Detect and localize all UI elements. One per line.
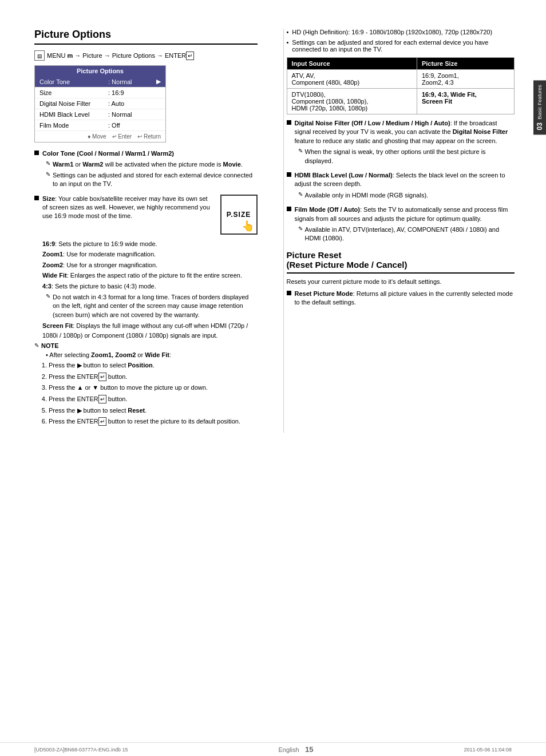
hd-bullet1-text: HD (High Definition): 16:9 - 1080i/1080p… <box>292 29 492 35</box>
note-numbered-list: Press the ▶ button to select Position. P… <box>49 361 258 427</box>
hdmi-note-text: Available only in HDMI mode (RGB signals… <box>305 191 429 200</box>
po-arrow-color: ▶ <box>156 78 161 85</box>
footer-right: English 15 <box>278 745 313 754</box>
size-widefit: Wide Fit: Enlarges the aspect ratio of t… <box>42 271 258 280</box>
po-value-hdmi: : Normal <box>108 111 161 118</box>
english-label: English <box>278 746 299 753</box>
note-step-6: Press the ENTER↵ button to reset the pic… <box>49 417 258 427</box>
left-column: Picture Options ▤ MENU m → Picture → Pic… <box>34 29 266 433</box>
bullet-square <box>34 151 39 155</box>
enter-icon2: ↵ <box>98 373 106 381</box>
size-bullet-square <box>34 196 39 200</box>
po-label-color: Color Tone <box>39 78 108 85</box>
color-tone-bold: Color Tone (Cool / Normal / Warm1 / Warm… <box>42 150 174 157</box>
reset-title: Reset Picture Mode: Returns all picture … <box>295 290 515 307</box>
dnf-pencil: ✎ <box>298 148 303 165</box>
pencil-icon1: ✎ <box>46 160 50 169</box>
table-col2-header: Picture Size <box>417 58 514 70</box>
size-title: Size: Your cable box/satellite receiver … <box>42 195 215 221</box>
hdmi-pencil: ✎ <box>298 191 303 200</box>
hand-icon: 👆 <box>242 220 254 232</box>
section2-title: Picture Reset(Reset Picture Mode / Cance… <box>287 250 515 274</box>
enter-icon4: ↵ <box>98 417 106 426</box>
chapter-label: Basic Features <box>537 85 543 119</box>
hd-bullets: • HD (High Definition): 16:9 - 1080i/108… <box>287 29 515 53</box>
hdmi-section: HDMI Black Level (Low / Normal): Selects… <box>287 171 515 200</box>
note-pencil-icon: ✎ <box>34 342 39 349</box>
hd-bullet2-row: • Settings can be adjusted and stored fo… <box>287 39 515 53</box>
color-tone-note2: ✎ Settings can be adjusted and stored fo… <box>46 171 258 189</box>
page: 03 Basic Features Picture Options ▤ MENU… <box>0 0 546 756</box>
reset-section: Reset Picture Mode: Returns all picture … <box>287 290 515 307</box>
footer-bar: [UD5003-ZA]BN68-03777A-ENG.indb 15 Engli… <box>0 742 546 756</box>
po-row-hdmi: HDMI Black Level : Normal <box>35 109 165 120</box>
hd-bullet2-text: Settings can be adjusted and stored for … <box>292 39 515 53</box>
po-footer-return: ↩ Return <box>137 133 161 140</box>
note-step-1: Press the ▶ button to select Position. <box>49 361 258 371</box>
note-step-3: Press the ▲ or ▼ button to move the pict… <box>49 383 258 393</box>
footer-file: [UD5003-ZA]BN68-03777A-ENG.indb 15 <box>34 747 128 753</box>
po-label-film: Film Mode <box>39 122 108 129</box>
table-row2-size: 16:9, 4:3, Wide Fit,Screen Fit <box>417 89 514 114</box>
size-section: Size: Your cable box/satellite receiver … <box>34 195 258 427</box>
po-label-size: Size <box>39 89 108 96</box>
note-step-5: Press the ▶ button to select Reset. <box>49 406 258 416</box>
dnf-title: Digital Noise Filter (Off / Low / Medium… <box>295 119 515 145</box>
size-bullet-header: Size: Your cable box/satellite receiver … <box>34 195 215 221</box>
dnf-header: Digital Noise Filter (Off / Low / Medium… <box>287 119 515 145</box>
size-screenfit: Screen Fit: Displays the full image with… <box>42 321 258 340</box>
po-value-size: : 16:9 <box>108 89 161 96</box>
menu-path: ▤ MENU m → Picture → Picture Options → E… <box>34 50 258 61</box>
color-tone-title: Color Tone (Cool / Normal / Warm1 / Warm… <box>42 149 174 158</box>
enter-icon3: ↵ <box>98 395 106 403</box>
po-label-hdmi: HDMI Black Level <box>39 111 108 118</box>
note-after: • After selecting Zoom1, Zoom2 or Wide F… <box>46 351 258 358</box>
color-tone-header: Color Tone (Cool / Normal / Warm1 / Warm… <box>34 149 258 158</box>
po-row-size: Size : 16:9 <box>35 88 165 98</box>
po-footer-move: ♦ Move <box>88 133 106 140</box>
table-row-2: DTV(1080i),Component (1080i, 1080p),HDMI… <box>287 89 515 114</box>
po-row-film: Film Mode : Off <box>35 120 165 131</box>
right-column: • HD (High Definition): 16:9 - 1080i/108… <box>283 29 515 433</box>
reset-bullet <box>287 291 291 295</box>
size-text: Size: Your cable box/satellite receiver … <box>34 195 215 235</box>
note-step-2: Press the ENTER↵ button. <box>49 372 258 382</box>
table-row1-size: 16:9, Zoom1,Zoom2, 4:3 <box>417 70 514 89</box>
chapter-number: 03 <box>536 122 544 130</box>
po-row-color: Color Tone : Normal ▶ <box>35 76 165 88</box>
po-value-film: : Off <box>108 122 161 129</box>
menu-path-text: MENU m → Picture → Picture Options → ENT… <box>47 52 194 60</box>
note-section: ✎ NOTE <box>34 342 258 349</box>
table-row1-source: ATV, AV,Component (480i, 480p) <box>287 70 417 89</box>
color-tone-section: Color Tone (Cool / Normal / Warm1 / Warm… <box>34 149 258 189</box>
reset-header: Reset Picture Mode: Returns all picture … <box>287 290 515 307</box>
table-row2-source: DTV(1080i),Component (1080i, 1080p),HDMI… <box>287 89 417 114</box>
section1-title: Picture Options <box>34 29 258 45</box>
dnf-section: Digital Noise Filter (Off / Low / Medium… <box>287 119 515 165</box>
film-note-text: Available in ATV, DTV(interlace), AV, CO… <box>305 225 515 243</box>
table-row-1: ATV, AV,Component (480i, 480p) 16:9, Zoo… <box>287 70 515 89</box>
hdmi-title: HDMI Black Level (Low / Normal): Selects… <box>295 171 515 189</box>
film-header: Film Mode (Off / Auto): Sets the TV to a… <box>287 205 515 223</box>
section2-subtitle: Resets your current picture mode to it's… <box>287 278 515 285</box>
dnf-bullet <box>287 120 291 125</box>
color-tone-note2-text: Settings can be adjusted and stored for … <box>53 171 258 189</box>
film-title: Film Mode (Off / Auto): Sets the TV to a… <box>295 205 515 223</box>
psize-button: P.SIZE 👆 <box>220 195 258 235</box>
table-col1-header: Input Source <box>287 58 417 70</box>
note-label: NOTE <box>41 342 59 349</box>
hdmi-bullet <box>287 172 291 177</box>
pencil-icon3: ✎ <box>46 293 50 319</box>
input-source-table: Input Source Picture Size ATV, AV,Compon… <box>287 57 515 114</box>
box-title: Picture Options <box>35 66 165 76</box>
po-value-dnf: : Auto <box>108 100 161 107</box>
color-tone-note1-text: Warm1 or Warm2 will be activated when th… <box>53 160 243 169</box>
size-43: 4:3: Sets the picture to basic (4:3) mod… <box>42 282 258 291</box>
film-pencil: ✎ <box>298 225 303 243</box>
film-section: Film Mode (Off / Auto): Sets the TV to a… <box>287 205 515 243</box>
po-label-dnf: Digital Noise Filter <box>39 100 108 107</box>
size-zoom2: Zoom2: Use for a stronger magnification. <box>42 260 258 270</box>
picture-options-box: Picture Options Color Tone : Normal ▶ Si… <box>34 65 166 143</box>
side-tab: 03 Basic Features <box>533 80 546 134</box>
color-tone-note1: ✎ Warm1 or Warm2 will be activated when … <box>46 160 258 169</box>
